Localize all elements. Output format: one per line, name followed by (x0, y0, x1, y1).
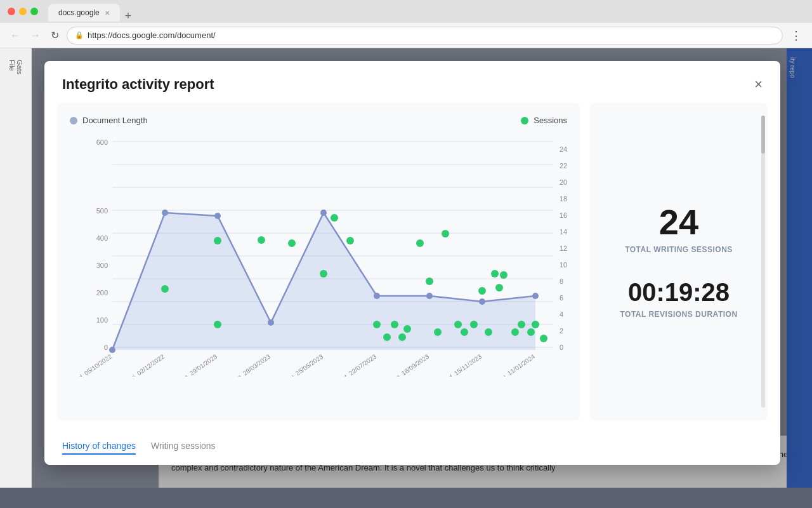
session-dot (391, 321, 398, 328)
session-dot (331, 214, 338, 222)
nav-bar: ← → ↻ 🔒 https://docs.google.com/document… (0, 23, 812, 48)
session-dot (403, 325, 411, 333)
close-window-button[interactable] (8, 8, 15, 15)
modal-body: Document Length Sessions (44, 103, 780, 433)
session-dot (491, 270, 499, 277)
tab-bar: docs.google ✕ + (43, 1, 804, 22)
session-dot (214, 321, 221, 328)
chart-panel: Document Length Sessions (57, 103, 580, 420)
x-label-1: Fri, 02/12/2022 (127, 352, 166, 377)
left-sidebar: GatsFile (0, 48, 32, 488)
duration-count: 00:19:28 (620, 279, 737, 305)
modal-close-button[interactable]: × (754, 77, 763, 91)
stats-panel: 24 TOTAL WRITING SESSIONS 00:19:28 TOTAL… (590, 103, 768, 420)
total-duration-block: 00:19:28 TOTAL REVISIONS DURATION (620, 279, 737, 319)
session-dot (398, 333, 406, 341)
modal-title: Integrito activity report (62, 76, 214, 93)
active-tab[interactable]: docs.google ✕ (48, 4, 120, 22)
svg-text:Tue, 28/03/2023: Tue, 28/03/2023 (230, 352, 272, 377)
svg-text:Wed, 15/11/2023: Wed, 15/11/2023 (440, 352, 483, 377)
data-point (109, 347, 115, 353)
session-dot (511, 328, 519, 336)
data-point (214, 213, 221, 219)
doc-area: y everything she wanted. In the end Dais… (32, 48, 812, 488)
new-tab-button[interactable]: + (120, 10, 137, 22)
session-dot (454, 321, 462, 328)
data-point (426, 293, 433, 299)
svg-text:20: 20 (560, 178, 567, 186)
session-dot (527, 328, 535, 336)
tab-title: docs.google (58, 8, 100, 17)
x-label-0: Wed, 05/10/2022 (70, 352, 113, 377)
refresh-button[interactable]: ↻ (48, 27, 62, 44)
session-dot (485, 328, 492, 336)
lock-icon: 🔒 (75, 31, 84, 39)
session-dot (346, 237, 354, 244)
svg-text:300: 300 (96, 262, 108, 269)
svg-text:16: 16 (560, 211, 567, 219)
svg-text:200: 200 (96, 289, 108, 297)
data-point (162, 210, 168, 216)
data-point (268, 319, 274, 326)
chart-svg: 0 100 200 300 400 500 600 0 2 4 (70, 135, 567, 377)
forward-button[interactable]: → (28, 27, 43, 44)
svg-text:0: 0 (104, 344, 108, 351)
doc-length-label: Document Length (82, 116, 148, 125)
chart-container: 0 100 200 300 400 500 600 0 2 4 (70, 135, 567, 377)
session-dot (532, 321, 539, 328)
x-label-5: Sat, 22/07/2023 (337, 352, 378, 377)
maximize-window-button[interactable] (30, 8, 38, 15)
minimize-window-button[interactable] (19, 8, 27, 15)
tab-close-icon[interactable]: ✕ (105, 10, 110, 17)
session-dot (434, 328, 442, 336)
svg-text:12: 12 (560, 244, 567, 252)
activity-report-modal: Integrito activity report × Document Len… (44, 61, 780, 465)
total-sessions-block: 24 TOTAL WRITING SESSIONS (625, 204, 733, 254)
svg-text:Thu, 11/01/2024: Thu, 11/01/2024 (494, 352, 536, 377)
data-point (479, 298, 485, 305)
data-point (374, 293, 380, 299)
session-dot (373, 321, 381, 328)
svg-text:100: 100 (96, 316, 108, 324)
svg-text:2: 2 (560, 327, 563, 335)
session-dot (495, 284, 503, 291)
svg-text:Thu, 25/05/2023: Thu, 25/05/2023 (282, 352, 324, 377)
svg-text:0: 0 (560, 344, 563, 351)
session-dot (461, 328, 468, 336)
svg-text:4: 4 (560, 311, 563, 318)
sessions-count: 24 (625, 204, 733, 240)
tab-writing-sessions[interactable]: Writing sessions (151, 441, 216, 455)
svg-text:10: 10 (560, 261, 567, 269)
address-bar[interactable]: 🔒 https://docs.google.com/document/ (67, 27, 783, 44)
session-dot (478, 287, 486, 295)
traffic-lights (8, 8, 38, 15)
session-dot (288, 239, 296, 247)
back-button[interactable]: ← (8, 27, 23, 44)
sessions-dot (521, 117, 528, 124)
session-dot (540, 335, 547, 342)
svg-text:Sun, 29/01/2023: Sun, 29/01/2023 (176, 352, 219, 377)
modal-overlay: Integrito activity report × Document Len… (32, 48, 812, 488)
browser-menu-button[interactable]: ⋮ (788, 26, 804, 45)
sessions-label: TOTAL WRITING SESSIONS (625, 245, 733, 254)
duration-label: TOTAL REVISIONS DURATION (620, 310, 737, 319)
tab-history-changes[interactable]: History of changes (62, 441, 136, 455)
scrollbar[interactable] (761, 116, 765, 408)
session-dot (258, 236, 265, 244)
svg-text:18: 18 (560, 195, 567, 203)
svg-text:22: 22 (560, 162, 567, 170)
x-label-4: Thu, 25/05/2023 (282, 352, 324, 377)
sidebar-label: GatsFile (8, 60, 23, 74)
x-label-2: Sun, 29/01/2023 (176, 352, 219, 377)
x-label-8: Thu, 11/01/2024 (494, 352, 536, 377)
session-dot (518, 321, 525, 328)
modal-header: Integrito activity report × (44, 61, 780, 103)
sessions-label: Sessions (534, 116, 567, 125)
session-dot (416, 239, 424, 247)
svg-text:Mon, 18/09/2023: Mon, 18/09/2023 (387, 352, 430, 377)
page-content: GatsFile y everything she wanted. In the… (0, 48, 812, 488)
svg-text:Sat, 22/07/2023: Sat, 22/07/2023 (337, 352, 378, 377)
session-dot (320, 270, 327, 277)
session-dot (470, 321, 478, 328)
legend-doc-length: Document Length (70, 116, 148, 125)
